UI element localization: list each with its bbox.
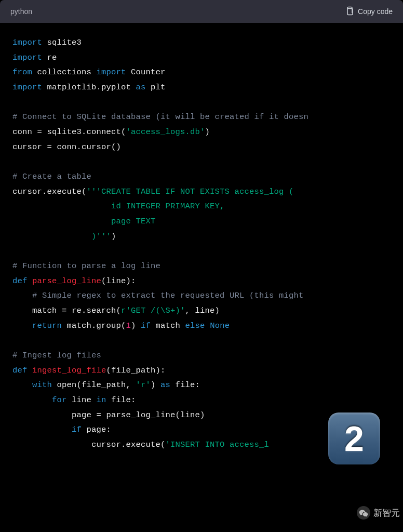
code-text: match.group( <box>62 321 126 330</box>
function-name: parse_log_line <box>28 276 102 286</box>
module: sqlite3 <box>42 38 82 47</box>
keyword: def <box>12 366 28 375</box>
number-badge: 2 <box>328 413 380 464</box>
identifier: None <box>205 321 230 330</box>
copy-label: Copy code <box>358 7 393 16</box>
keyword: for <box>12 395 67 405</box>
keyword: if <box>12 425 82 434</box>
code-text: line <box>67 395 97 405</box>
string: 'r' <box>136 380 151 390</box>
string: '''CREATE TABLE IF NOT EXISTS access_log… <box>87 187 294 196</box>
copy-code-button[interactable]: Copy code <box>345 6 393 17</box>
comment: # Function to parse a log line <box>12 261 160 271</box>
module: matplotlib.pyplot <box>42 83 136 92</box>
string: 'access_logs.db' <box>126 127 205 137</box>
watermark: 新智元 <box>357 506 400 520</box>
badge-number: 2 <box>344 418 364 459</box>
keyword: as <box>136 83 146 92</box>
code-text: file: <box>170 380 200 390</box>
code-text: conn = sqlite3.connect( <box>12 127 126 137</box>
keyword: in <box>97 395 106 405</box>
code-text: file: <box>106 395 136 405</box>
keyword: else <box>185 321 205 330</box>
code-text: cursor.execute( <box>12 187 87 196</box>
punct: ) <box>111 232 116 241</box>
string: page TEXT <box>12 217 156 226</box>
watermark-text: 新智元 <box>373 507 400 519</box>
code-text: ) <box>131 321 141 330</box>
code-text: , line) <box>185 306 220 315</box>
keyword: def <box>12 276 28 286</box>
code-text: open(file_path, <box>52 380 136 390</box>
keyword: with <box>12 380 52 390</box>
code-text: match <box>151 321 185 330</box>
module: collections <box>32 68 97 77</box>
keyword: return <box>12 321 62 330</box>
keyword: as <box>160 380 170 390</box>
comment: # Simple regex to extract the requested … <box>12 291 308 300</box>
keyword: if <box>141 321 151 330</box>
string: )''' <box>12 232 111 241</box>
comment: # Ingest log files <box>12 351 101 360</box>
params: (file_path): <box>106 366 166 375</box>
string: id INTEGER PRIMARY KEY, <box>12 202 225 211</box>
keyword: import <box>97 68 126 77</box>
string: r'GET /(\S+)' <box>121 306 185 315</box>
punct: ) <box>205 127 210 137</box>
comment: # Create a table <box>12 172 91 181</box>
language-label: python <box>10 7 32 16</box>
code-text: cursor = conn.cursor() <box>12 142 121 152</box>
function-name: ingest_log_file <box>28 366 106 375</box>
alias: plt <box>146 83 166 92</box>
keyword: import <box>12 38 42 47</box>
params: (line): <box>101 276 136 286</box>
clipboard-icon <box>345 6 354 17</box>
code-text: page = parse_log_line(line) <box>12 410 205 420</box>
code-text: ) <box>151 380 160 390</box>
code-header: python Copy code <box>0 0 403 23</box>
string: 'INSERT INTO access_l <box>166 440 270 449</box>
identifier: Counter <box>126 68 166 77</box>
wechat-icon <box>357 506 370 520</box>
code-text: page: <box>82 425 111 434</box>
number: 1 <box>126 321 131 330</box>
code-text: cursor.execute( <box>12 440 166 449</box>
keyword: from <box>12 68 32 77</box>
keyword: import <box>12 83 42 92</box>
comment: # Connect to SQLite database (it will be… <box>12 112 308 122</box>
code-text: match = re.search( <box>12 306 121 315</box>
module: re <box>42 53 57 62</box>
keyword: import <box>12 53 42 62</box>
